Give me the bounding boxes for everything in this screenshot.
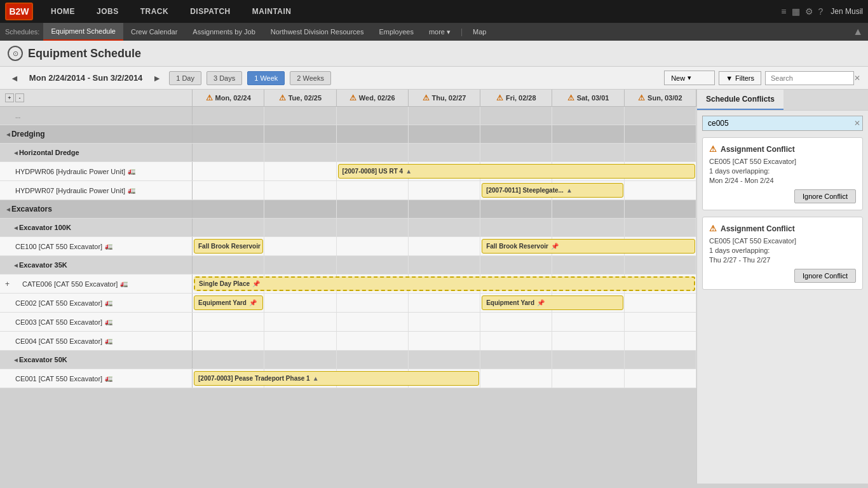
search-clear-button[interactable]: ✕ [854, 74, 860, 83]
subnav-employees[interactable]: Employees [371, 23, 421, 41]
subnav-more[interactable]: more ▾ [421, 23, 458, 41]
collapse-icon[interactable]: ◄ [13, 262, 19, 269]
chart-icon[interactable]: ▦ [792, 6, 800, 17]
nav-maintain[interactable]: MAINTAIN [242, 3, 302, 20]
item-label: CE002 [CAT 550 Excavator] [5, 299, 102, 307]
event-bar[interactable]: [2007-0008] US RT 4 ▲ [338, 164, 695, 179]
item-label: CE004 [CAT 550 Excavator] [5, 337, 102, 345]
app-logo[interactable]: B2W [5, 3, 33, 20]
event-bar[interactable]: Single Day Place 📌 [194, 276, 695, 291]
pin-icon: 📌 [249, 299, 257, 306]
day-cells [193, 256, 696, 274]
conflict-date-range: Mon 2/24 - Mon 2/24 [709, 177, 856, 184]
expand-all-button[interactable]: + [5, 93, 14, 102]
event-bar[interactable]: Fall Brook Reservoir 📌 [482, 239, 695, 254]
col-mon: ⚠ Mon, 02/24 [193, 90, 264, 106]
bars-icon[interactable]: ≡ [781, 6, 786, 17]
user-name[interactable]: Jen Musil [831, 7, 863, 16]
view-1week-button[interactable]: 1 Week [247, 71, 285, 85]
collapse-all-button[interactable]: - [15, 93, 24, 102]
row-label: CE001 [CAT 550 Excavator] 🚛 [0, 369, 193, 388]
schedule-conflicts-tab[interactable]: Schedule Conflicts [697, 90, 783, 110]
warning-icon-mon: ⚠ [206, 93, 213, 102]
subnav-resources[interactable]: Northwest Division Resources [263, 23, 372, 41]
search-wrapper: ✕ [765, 71, 860, 85]
conflict-filter-clear-button[interactable]: ✕ [854, 119, 860, 128]
next-week-button[interactable]: ► [150, 72, 164, 85]
subnav-crew-calendar[interactable]: Crew Calendar [123, 23, 185, 41]
ignore-conflict-button[interactable]: Ignore Conflict [794, 269, 856, 283]
sub-navigation: Schedules: Equipment Schedule Crew Calen… [0, 23, 868, 41]
warning-icon-sat: ⚠ [567, 93, 574, 102]
view-2weeks-button[interactable]: 2 Weeks [290, 71, 331, 85]
collapse-icon[interactable]: ◄ [13, 149, 19, 156]
new-dropdown[interactable]: New ▾ [664, 71, 715, 85]
nav-home[interactable]: HOME [41, 3, 85, 20]
day-cells [193, 332, 696, 350]
question-icon[interactable]: ? [818, 6, 824, 17]
collapse-icon[interactable]: ◄ [5, 131, 11, 138]
table-row: HYDPWR07 [Hydraulic Power Unit] 🚛 [2007-… [0, 181, 696, 200]
day-cells [193, 144, 696, 161]
day-cells [193, 351, 696, 369]
warning-icon: ⚠ [709, 144, 717, 154]
nav-divider: | [461, 27, 463, 36]
subgroup-label: Excavator 35K [19, 261, 67, 269]
item-label: ... [5, 112, 20, 119]
collapse-icon[interactable]: ◄ [13, 224, 19, 231]
day-cells [193, 200, 696, 218]
equipment-icon: 🚛 [105, 318, 112, 325]
event-bar[interactable]: [2007-0003] Pease Tradeport Phase 1 ▲ [194, 371, 479, 386]
column-headers: + - ⚠ Mon, 02/24 ⚠ Tue, 02/25 ⚠ Wed, 02/… [0, 90, 696, 107]
equipment-icon: 🚛 [128, 168, 135, 175]
table-row: + CATE006 [CAT 550 Excavator] 🚛 Single D… [0, 274, 696, 294]
event-marker-icon: ▲ [566, 187, 573, 194]
equipment-icon: 🚛 [105, 299, 112, 306]
prev-week-button[interactable]: ◄ [8, 72, 22, 85]
filters-button[interactable]: ▼ Filters [719, 71, 761, 85]
conflict-days: 1 days overlapping: [709, 247, 856, 254]
view-3days-button[interactable]: 3 Days [207, 71, 242, 85]
col-thu: ⚠ Thu, 02/27 [409, 90, 480, 106]
row-label: ◄ Excavators [0, 200, 193, 218]
table-row: HYDPWR06 [Hydraulic Power Unit] 🚛 [2007-… [0, 162, 696, 181]
event-bar[interactable]: Equipment Yard 📌 [482, 295, 623, 310]
gear-icon[interactable]: ⚙ [805, 6, 813, 17]
day-cells [193, 219, 696, 236]
conflict-card: ⚠ Assignment Conflict CE005 [CAT 550 Exc… [702, 137, 863, 210]
conflict-filter-row: ✕ [702, 116, 863, 131]
date-range-label: Mon 2/24/2014 - Sun 3/2/2014 [29, 73, 142, 83]
table-row: ◄ Excavator 100K [0, 219, 696, 237]
toolbar-right: New ▾ ▼ Filters ✕ [664, 71, 860, 85]
page-title: Equipment Schedule [28, 47, 141, 60]
warning-icon: ⚠ [709, 224, 717, 233]
row-label: CE004 [CAT 550 Excavator] 🚛 [0, 332, 193, 350]
subnav-equipment-schedule[interactable]: Equipment Schedule [43, 23, 123, 41]
view-1day-button[interactable]: 1 Day [169, 71, 201, 85]
event-label: [2007-0011] Steeplegate... [486, 187, 564, 194]
conflict-filter-input[interactable] [702, 116, 863, 131]
col-sat: ⚠ Sat, 03/01 [552, 90, 624, 106]
conflict-equipment: CE005 [CAT 550 Excavator] [709, 158, 856, 165]
search-input[interactable] [765, 71, 854, 85]
add-row-button[interactable]: + [5, 280, 10, 288]
pin-icon: 📌 [252, 280, 260, 287]
day-columns-header: ⚠ Mon, 02/24 ⚠ Tue, 02/25 ⚠ Wed, 02/26 ⚠… [193, 90, 696, 106]
right-panel-content: ✕ ⚠ Assignment Conflict CE005 [CAT 550 E… [697, 111, 868, 484]
collapse-icon[interactable]: ◄ [5, 206, 11, 213]
subnav-assignments-by-job[interactable]: Assignments by Job [185, 23, 262, 41]
event-bar[interactable]: Equipment Yard 📌 [194, 295, 263, 310]
subnav-map[interactable]: Map [465, 25, 494, 38]
item-label: CE100 [CAT 550 Excavator] [5, 243, 102, 250]
equipment-icon: 🚛 [105, 243, 112, 250]
item-label: CE001 [CAT 550 Excavator] [5, 375, 102, 383]
event-bar[interactable]: [2007-0011] Steeplegate... ▲ [482, 183, 623, 198]
nav-jobs[interactable]: JOBS [86, 3, 129, 20]
nav-track[interactable]: TRACK [130, 3, 179, 20]
group-label: Dredging [11, 130, 45, 139]
nav-dispatch[interactable]: DISPATCH [180, 3, 241, 20]
event-bar[interactable]: Fall Brook Reservoir 📌 [194, 239, 263, 254]
ignore-conflict-button[interactable]: Ignore Conflict [794, 189, 856, 203]
collapse-icon[interactable]: ◄ [13, 356, 19, 363]
collapse-arrow-icon[interactable]: ▲ [853, 26, 863, 37]
